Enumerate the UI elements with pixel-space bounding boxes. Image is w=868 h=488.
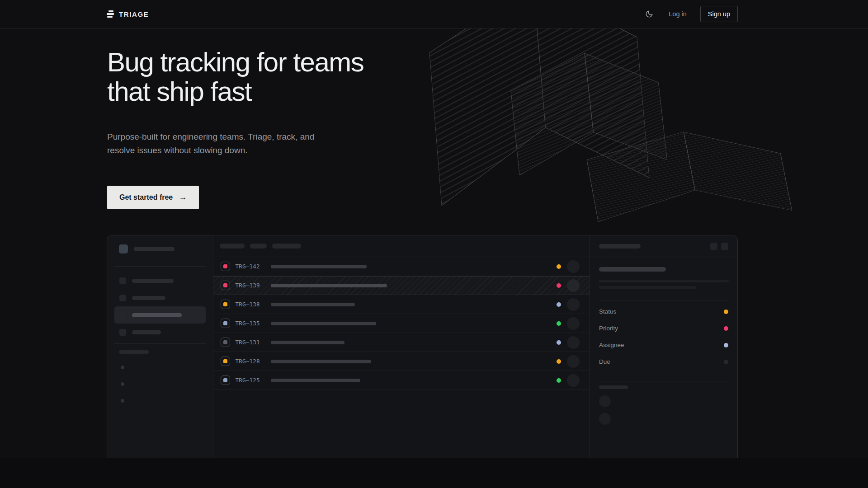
assignee-avatar [567,298,580,311]
get-started-button[interactable]: Get started free → [107,186,199,209]
sidebar-item-icon [119,295,126,301]
sidebar-item-label-skeleton [132,279,174,283]
status-dot [557,283,561,288]
assignee-avatar [567,260,580,273]
issue-type-icon [221,338,230,347]
sidebar-bullet-dot [121,399,124,403]
issue-type-icon [221,357,230,366]
issue-row[interactable]: TRG–142 [213,257,590,276]
workspace-name-skeleton [134,247,175,251]
sidebar-item-icon [119,312,126,319]
issue-type-icon [221,375,230,385]
status-dot [557,264,561,269]
property-row[interactable]: Status [599,303,728,320]
issue-title-skeleton [271,303,355,306]
activity-avatars [599,395,728,425]
issue-type-icon [221,319,230,328]
workspace-switcher[interactable] [114,243,206,255]
issue-id: TRG–135 [236,320,267,327]
activity-label-skeleton [599,385,628,389]
issue-id: TRG–138 [236,301,267,308]
property-row[interactable]: Priority [599,320,728,337]
sidebar-bullet-dot [121,366,124,369]
sidebar-nav-item[interactable] [114,272,206,289]
issue-title-skeleton [271,265,367,268]
filter-pill-skeleton[interactable] [272,244,301,249]
next-section-band [0,458,868,488]
workspace-avatar [119,244,128,253]
ribbon-3 [587,132,792,222]
issue-title-skeleton [271,322,376,325]
app-mockup: TRG–142 TRG–139 TRG–138 TRG–135 TRG– [107,235,738,458]
property-label: Priority [599,325,618,332]
property-value-dot [724,326,728,331]
assignee-avatar [567,279,580,292]
sidebar-item-icon [119,329,126,336]
filter-pill-skeleton[interactable] [220,244,245,249]
activity-avatar [599,395,611,407]
issue-type-icon [221,300,230,309]
status-dot [557,378,561,383]
sidebar-nav-item[interactable] [114,306,206,324]
issue-row[interactable]: TRG–135 [213,314,590,333]
sidebar-item-label-skeleton [132,313,182,317]
panel-header [590,235,737,257]
sidebar-nav-item[interactable] [114,324,206,341]
filter-pill-skeleton[interactable] [250,244,267,249]
hero-title-line1: Bug tracking for teams [107,48,363,77]
panel-action-button[interactable] [710,243,717,250]
sidebar-nav-item[interactable] [114,289,206,306]
status-dot [557,340,561,345]
assignee-avatar [567,374,580,387]
cta-label: Get started free [119,193,173,202]
description-line-skeleton [599,286,696,289]
issue-id: TRG–142 [236,263,267,270]
login-link[interactable]: Log in [669,10,687,18]
sidebar-divider [114,343,206,344]
assignee-avatar [567,317,580,330]
issue-row[interactable]: TRG–125 [213,371,590,390]
top-nav: TRIAGE Log in Sign up [0,0,868,28]
sidebar-section-label-skeleton [119,350,149,354]
description-line-skeleton [599,280,729,282]
landing-page: TRIAGE Log in Sign up Bug tracking for t… [0,0,868,488]
issue-title-skeleton [271,284,387,287]
issue-row[interactable]: TRG–138 [213,295,590,314]
moon-icon [645,10,653,18]
issue-description-skeleton [599,280,728,289]
arrow-right-icon: → [179,192,187,202]
property-row[interactable]: Assignee [599,337,728,353]
issue-id: TRG–125 [236,377,267,384]
panel-body: Status Priority Assignee Due [590,267,737,425]
property-value-dot [724,360,728,364]
issue-title-skeleton [271,341,344,344]
mockup-sidebar [107,235,213,458]
issue-id: TRG–128 [236,358,267,365]
panel-header-actions [710,243,728,250]
panel-action-button[interactable] [721,243,728,250]
assignee-avatar [567,355,580,368]
issue-row[interactable]: TRG–128 [213,352,590,371]
issue-detail-panel: Status Priority Assignee Due [590,235,737,458]
theme-toggle-button[interactable] [643,8,655,20]
issue-row[interactable]: TRG–131 [213,333,590,352]
issue-id: TRG–131 [236,339,267,346]
issue-row[interactable]: TRG–139 [213,276,590,295]
property-label: Status [599,308,616,315]
issue-title-skeleton [599,267,666,272]
issue-type-icon [221,262,230,271]
sidebar-bullet-dot [121,382,124,386]
sidebar-item-icon [119,277,126,284]
issue-type-icon [221,281,230,290]
issue-title-skeleton [271,360,371,363]
signup-button[interactable]: Sign up [700,6,738,22]
brand-logo[interactable]: TRIAGE [107,10,149,18]
property-label: Due [599,358,610,365]
panel-divider [599,300,728,300]
issue-list-toolbar [213,235,590,257]
property-row[interactable]: Due [599,353,728,370]
activity-avatar [599,413,611,425]
nav-actions: Log in Sign up [643,6,738,22]
sidebar-item-label-skeleton [132,330,161,334]
property-value-dot [724,310,728,314]
